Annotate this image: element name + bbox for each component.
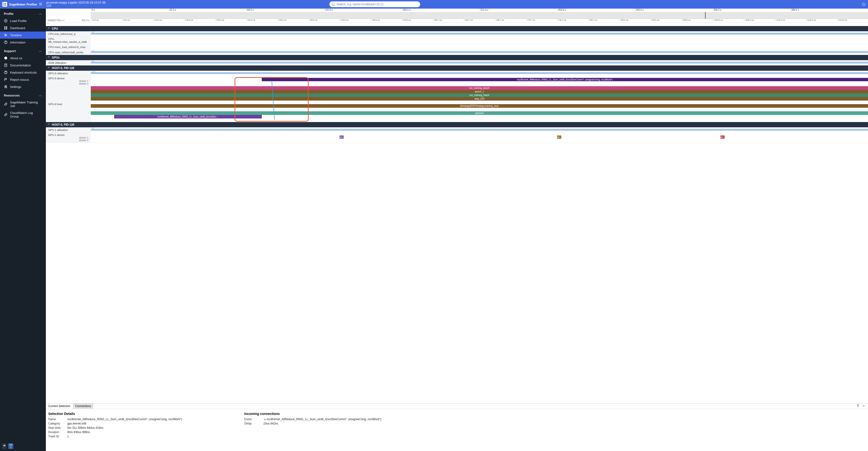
timeline-overview[interactable]: 1684537764 s + 331.3 s 0 s42.3 s84.5 s12… <box>46 9 868 23</box>
kernel-bar[interactable]: ncclKernel_AllReduce_RING_LL_Sum_uint8_t… <box>262 78 868 81</box>
flame-bar[interactable]: run_training_batch <box>91 93 868 97</box>
svg-point-27 <box>5 86 6 86</box>
row-gpu0-host: GPU-0 host run_training_epochepoch_1run_… <box>46 86 868 122</box>
chevron-down-icon[interactable] <box>862 404 866 409</box>
flame-bar[interactable]: ncclKernel_AllReduce_RING_LL_Sum_uint8_t… <box>114 115 262 119</box>
flame-bar[interactable]: run_training_epoch <box>91 86 868 90</box>
overview-marker[interactable] <box>705 12 706 19</box>
app-header: SageMaker Profiler pt-resnet-smppy-1xg4d… <box>0 0 868 9</box>
stream-label: stream 1 <box>48 80 88 82</box>
flame-bar[interactable]: epoch_1 <box>91 90 868 93</box>
flame-bar[interactable] <box>91 108 868 111</box>
sidebar-item-docs[interactable]: Documentation <box>0 62 46 69</box>
detail-value: 23us 842ns <box>264 422 381 425</box>
kernel-chip[interactable]: vo… <box>557 136 561 139</box>
sidebar-item-dashboard[interactable]: Dashboard <box>0 24 46 32</box>
sidebar-item-timeline[interactable]: Timeline <box>0 32 46 39</box>
selection-heading: Selection Details <box>48 412 182 416</box>
info-icon <box>4 40 8 44</box>
info-icon <box>4 56 8 60</box>
document-icon <box>4 63 8 67</box>
lane[interactable]: ncclKernel_AllReduce_RING_LL_Sum_uint8_t… <box>91 76 868 86</box>
svg-rect-30 <box>3 445 4 446</box>
lane[interactable]: 25 <box>91 31 868 36</box>
sidebar-item-settings[interactable]: Settings <box>0 83 46 90</box>
tick-label: 42.3 s <box>168 9 246 12</box>
svg-line-8 <box>334 5 335 6</box>
overview-scrubber[interactable] <box>91 12 868 19</box>
lane[interactable]: vo…vo…vo…vo… <box>91 132 868 143</box>
svg-rect-16 <box>5 35 7 35</box>
sidebar-section-profile[interactable]: Profile ︿ <box>0 9 46 17</box>
sidebar-item-training-job[interactable]: SageMaker Training Job <box>0 99 46 110</box>
sidebar-item-about[interactable]: About us <box>0 55 46 62</box>
link-icon <box>4 113 8 117</box>
timeline-tracks: ⌃ CPU CPU-inst_retired.any_p 25 CPU-itlb… <box>46 26 868 403</box>
flame-bar[interactable]: optimize <box>91 111 868 115</box>
tick-label: +63.7 us <box>464 19 495 22</box>
kernel-chip[interactable]: vo… <box>339 136 344 139</box>
flame-bar[interactable]: [Strategy]DDPStrategy.training_step <box>91 104 868 108</box>
sidebar-item-keyboard[interactable]: Keyboard shortcuts <box>0 69 46 76</box>
lane[interactable]: 75 <box>91 60 868 65</box>
tick-label: +88.5 us <box>619 19 650 22</box>
sidebar-section-support[interactable]: Support ︿ <box>0 46 46 55</box>
row-label: CPU-mem_load_retired.l3_miss <box>48 46 88 49</box>
app-logo <box>2 2 7 7</box>
flag-icon <box>4 78 8 82</box>
sidebar-item-cloudwatch[interactable]: CloudWatch Log Group <box>0 110 46 120</box>
tick-label: +113.5 us <box>775 19 806 22</box>
tick-label: 126.8 s <box>324 9 402 12</box>
tick-label: +48.6 us <box>370 19 402 22</box>
svg-point-7 <box>332 3 334 5</box>
lane[interactable]: 100 <box>91 71 868 76</box>
details-tabs: Current Selection Connections <box>46 403 868 409</box>
db-badge[interactable]: DB 0 <box>8 443 13 449</box>
lane[interactable]: run_training_epochepoch_1run_training_ba… <box>91 86 868 122</box>
detail-key: Duration <box>48 430 67 434</box>
cpu-metric-row: CPU-uops_retired.stall_cycles 7.5 <box>46 50 868 55</box>
sidebar-section-resources[interactable]: Resources ︿ <box>0 90 46 99</box>
group-gpus[interactable]: ⌃ GPUs <box>46 55 868 60</box>
row-label: GPU-0 device <box>48 77 88 80</box>
sidebar-item-label: Keyboard shortcuts <box>10 71 37 74</box>
svg-rect-3 <box>5 4 6 5</box>
tick-label: +53.6 us <box>402 19 433 22</box>
tick-label: +18.6 us <box>184 19 215 22</box>
sidebar-section-label: Profile <box>4 12 13 16</box>
sidebar-item-information[interactable]: Information <box>0 39 46 46</box>
kernel-chip[interactable]: vo… <box>720 136 725 139</box>
stats-icon[interactable] <box>2 443 7 449</box>
app-title: SageMaker Profiler <box>9 3 37 6</box>
lane[interactable] <box>91 36 868 44</box>
tab-current-selection[interactable]: Current Selection <box>46 403 73 409</box>
tick-label: +58.7 us <box>433 19 464 22</box>
svg-rect-1 <box>5 3 6 4</box>
move-to-top-icon[interactable] <box>856 404 860 409</box>
group-host0-126[interactable]: ⌃ HOST-0, PID-126 <box>46 65 868 71</box>
detail-key: Start time <box>48 426 67 429</box>
tick-label: 380.5 s <box>790 9 868 12</box>
main-content: 1684537764 s + 331.3 s 0 s42.3 s84.5 s12… <box>46 9 868 451</box>
group-cpu[interactable]: ⌃ CPU <box>46 26 868 31</box>
details-panel: Current Selection Connections Selection … <box>46 403 868 451</box>
lane[interactable]: 75 <box>91 127 868 132</box>
svg-rect-11 <box>4 27 5 28</box>
hamburger-icon[interactable] <box>39 2 42 7</box>
flame-bar[interactable] <box>91 100 868 104</box>
sidebar: Profile ︿ Load Profile Dashboard Timelin… <box>0 9 46 451</box>
sidebar-item-load-profile[interactable]: Load Profile <box>0 17 46 24</box>
power-icon[interactable] <box>862 2 866 7</box>
detail-key: Delay <box>244 422 264 425</box>
sidebar-item-report[interactable]: Report issuus <box>0 76 46 83</box>
svg-rect-0 <box>4 3 4 4</box>
flame-bar[interactable]: step_233 <box>91 97 868 100</box>
tick-label: 0 s <box>91 9 168 12</box>
row-label: CPU-inst_retired.any_p <box>48 32 88 35</box>
tab-connections[interactable]: Connections <box>73 403 94 409</box>
collapse-overview-icon[interactable]: ⌃ <box>46 23 868 26</box>
group-host0-128[interactable]: ⌃ HOST-0, PID-128 <box>46 122 868 127</box>
lane[interactable] <box>91 44 868 50</box>
lane[interactable]: 7.5 <box>91 50 868 55</box>
search-input[interactable] <box>330 1 420 7</box>
